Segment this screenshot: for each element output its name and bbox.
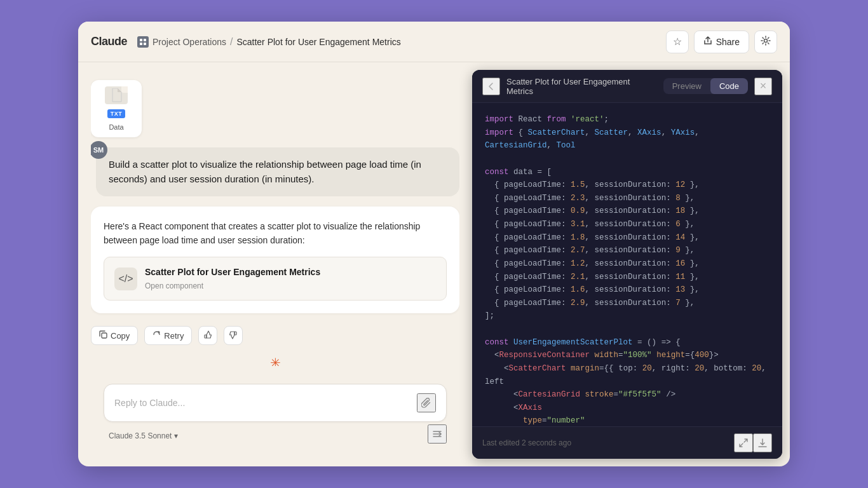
code-line: { pageLoadTime: 2.7, sessionDuration: 9 …: [485, 244, 770, 257]
thumbup-button[interactable]: [198, 326, 217, 345]
preview-code-tabs: Preview Code: [663, 78, 748, 94]
code-line: <ScatterChart margin={{ top: 20, right: …: [485, 362, 770, 388]
file-type-badge: TXT: [107, 109, 126, 118]
code-line: <CartesianGrid stroke="#f5f5f5" />: [485, 388, 770, 402]
breadcrumb-project[interactable]: Project Operations: [153, 37, 226, 47]
svg-point-4: [764, 39, 768, 42]
code-panel: Scatter Plot for User Engagement Metrics…: [472, 70, 782, 459]
code-line: { pageLoadTime: 1.8, sessionDuration: 14…: [485, 231, 770, 245]
svg-rect-3: [144, 43, 146, 45]
share-icon: [703, 36, 712, 47]
code-line: { pageLoadTime: 3.1, sessionDuration: 6 …: [485, 218, 770, 231]
user-avatar: SM: [91, 141, 107, 159]
svg-rect-6: [205, 335, 207, 338]
close-icon: ×: [760, 79, 767, 93]
share-label: Share: [716, 37, 740, 47]
component-card[interactable]: </> Scatter Plot for User Engagement Met…: [104, 257, 447, 301]
share-button[interactable]: Share: [694, 30, 749, 53]
breadcrumb-separator: /: [230, 36, 233, 48]
header: Claude Project Operations / Scatter Plot…: [78, 22, 790, 62]
code-tag-icon: </>: [118, 271, 133, 287]
code-line: ];: [485, 309, 770, 323]
user-message: SM Build a scatter plot to visualize the…: [96, 147, 459, 196]
user-message-wrapper: SM Build a scatter plot to visualize the…: [91, 147, 459, 196]
claude-branding: ✳: [91, 355, 459, 366]
settings-icon: [761, 36, 771, 48]
input-box: Reply to Claude...: [104, 384, 447, 422]
code-line: <XAxis: [485, 402, 770, 415]
code-panel-title: Scatter Plot for User Engagement Metrics: [506, 77, 657, 96]
model-name: Claude 3.5 Sonnet: [109, 431, 172, 440]
code-line: type="number": [485, 414, 770, 426]
code-line: { pageLoadTime: 1.2, sessionDuration: 16…: [485, 257, 770, 271]
response-actions: Copy Retry: [91, 326, 459, 345]
thumbup-icon: [203, 330, 212, 341]
close-button[interactable]: ×: [754, 78, 772, 95]
main-window: Claude Project Operations / Scatter Plot…: [78, 22, 790, 466]
attach-button[interactable]: [417, 393, 436, 412]
reply-input[interactable]: Reply to Claude...: [114, 398, 410, 408]
expand-button[interactable]: [734, 433, 753, 452]
code-line: { pageLoadTime: 2.1, sessionDuration: 11…: [485, 271, 770, 284]
breadcrumb-current: Scatter Plot for User Engagement Metrics: [236, 37, 400, 47]
thumbdown-icon: [229, 330, 238, 341]
code-panel-header: Scatter Plot for User Engagement Metrics…: [472, 70, 782, 103]
copy-icon: [99, 330, 107, 341]
chat-panel: TXT Data SM Build a scatter plot to visu…: [78, 62, 472, 466]
input-area: Reply to Claude... Claude 3.5 Sonnet ▾: [91, 376, 459, 454]
code-content[interactable]: import React from 'react'; import { Scat…: [472, 103, 782, 426]
code-line: { pageLoadTime: 1.5, sessionDuration: 12…: [485, 179, 770, 192]
data-file-card: TXT Data: [91, 80, 459, 137]
svg-rect-7: [234, 332, 236, 335]
sidebar-toggle-button[interactable]: [428, 424, 447, 444]
project-icon: [137, 36, 149, 48]
response-intro: Here's a React component that creates a …: [104, 219, 447, 248]
code-line: import { ScatterChart, Scatter, XAxis, Y…: [485, 126, 770, 152]
retry-button[interactable]: Retry: [144, 326, 192, 345]
code-line: { pageLoadTime: 2.3, sessionDuration: 8 …: [485, 192, 770, 205]
code-line: { pageLoadTime: 0.9, sessionDuration: 18…: [485, 205, 770, 218]
logo: Claude: [91, 35, 127, 48]
thumbdown-button[interactable]: [224, 326, 243, 345]
download-button[interactable]: [753, 433, 772, 452]
code-line: import React from 'react';: [485, 113, 770, 126]
code-line: const data = [: [485, 166, 770, 179]
claude-asterisk-icon: ✳: [270, 355, 281, 366]
content: TXT Data SM Build a scatter plot to visu…: [78, 62, 790, 466]
code-line: [485, 152, 770, 166]
star-button[interactable]: ☆: [666, 30, 689, 53]
code-footer: Last edited 2 seconds ago: [472, 426, 782, 459]
copy-button[interactable]: Copy: [91, 326, 138, 345]
code-line: { pageLoadTime: 2.9, sessionDuration: 7 …: [485, 297, 770, 310]
user-message-text: Build a scatter plot to visualize the re…: [109, 159, 421, 184]
model-selector[interactable]: Claude 3.5 Sonnet ▾: [104, 429, 183, 443]
file-label: Data: [109, 123, 123, 131]
code-line: <ResponsiveContainer width="100%" height…: [485, 349, 770, 362]
svg-rect-0: [140, 39, 142, 41]
retry-label: Retry: [164, 331, 184, 341]
code-line: { pageLoadTime: 1.6, sessionDuration: 13…: [485, 283, 770, 297]
back-button[interactable]: [482, 78, 500, 95]
tab-code[interactable]: Code: [710, 78, 748, 94]
component-code-icon: </>: [114, 268, 137, 290]
component-subtitle: Open component: [145, 280, 320, 292]
component-info: Scatter Plot for User Engagement Metrics…: [145, 265, 320, 293]
input-row2: Claude 3.5 Sonnet ▾: [104, 422, 447, 444]
star-icon: ☆: [673, 36, 682, 48]
claude-response: Here's a React component that creates a …: [91, 207, 459, 313]
svg-rect-1: [144, 39, 146, 41]
chat-messages: TXT Data SM Build a scatter plot to visu…: [91, 75, 459, 366]
file-icon: [105, 86, 128, 104]
settings-button[interactable]: [754, 30, 777, 53]
data-file: TXT Data: [91, 80, 142, 137]
last-edited: Last edited 2 seconds ago: [482, 438, 734, 447]
header-actions: ☆ Share: [666, 30, 777, 53]
code-line: const UserEngagementScatterPlot = () => …: [485, 336, 770, 349]
svg-rect-5: [102, 333, 107, 338]
svg-rect-2: [140, 43, 142, 45]
retry-icon: [153, 330, 161, 341]
copy-label: Copy: [111, 331, 130, 341]
chevron-down-icon: ▾: [174, 431, 178, 440]
code-line: [485, 323, 770, 336]
tab-preview[interactable]: Preview: [663, 78, 710, 94]
